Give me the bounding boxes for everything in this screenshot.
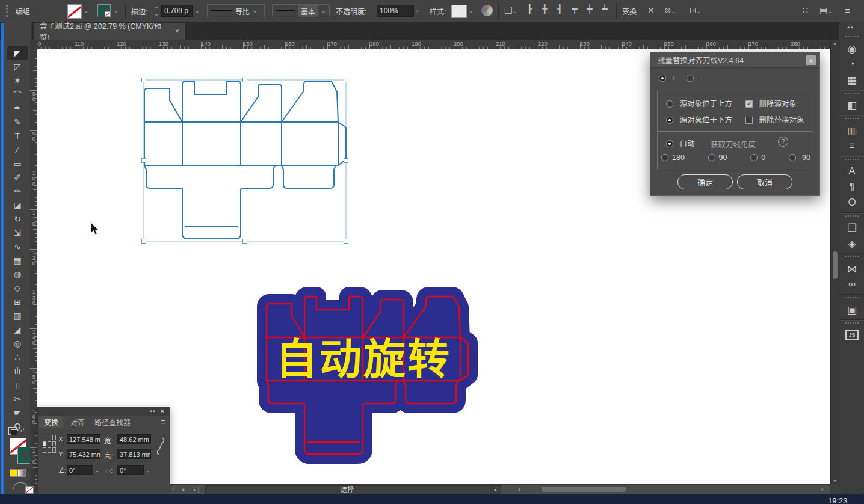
mesh-tool[interactable]: ⊞ xyxy=(7,295,28,309)
plus-radio-icon[interactable] xyxy=(659,75,666,82)
selection-handle[interactable] xyxy=(344,78,348,82)
dock-grip[interactable] xyxy=(845,159,859,162)
delete-replace-option[interactable]: 删除替换对象 xyxy=(745,114,804,125)
vscroll-thumb[interactable] xyxy=(833,251,838,279)
angle-radio-icon[interactable] xyxy=(708,154,715,161)
selection-handle[interactable] xyxy=(243,239,247,244)
selection-handles[interactable] xyxy=(142,78,348,244)
dieline-artwork[interactable] xyxy=(135,71,355,249)
opentype-icon[interactable]: O xyxy=(839,195,864,211)
angle-option-90[interactable]: 90 xyxy=(708,153,727,162)
align-left-icon[interactable]: ┠ xyxy=(525,4,534,14)
panel-close-icon[interactable]: ✕ xyxy=(160,408,165,414)
auto-angle-option[interactable]: 自动 xyxy=(666,137,695,149)
constrain-proportions-broken-icon[interactable] xyxy=(156,436,165,456)
shear-select[interactable]: 0° xyxy=(117,465,144,475)
transform-link[interactable]: 变换 xyxy=(622,6,637,17)
swap-fill-stroke-icon[interactable]: ⇄ xyxy=(20,426,25,434)
links-icon[interactable]: ∞ xyxy=(839,277,864,292)
delete-source-option[interactable]: 删除源对象 xyxy=(745,97,797,109)
document-setup-icon[interactable]: ❏⌄ xyxy=(504,5,517,16)
rectangle-tool[interactable]: ▭ xyxy=(7,156,28,170)
dock-grip[interactable] xyxy=(845,118,859,121)
auto-radio-icon[interactable] xyxy=(666,140,673,147)
scale-tool[interactable]: ⇲ xyxy=(7,226,28,239)
curvature-tool[interactable]: ✎ xyxy=(7,115,28,129)
color-panel-icon[interactable]: ◉ xyxy=(839,41,864,57)
perspective-grid-tool[interactable]: ◇ xyxy=(7,281,28,295)
align-right-icon[interactable]: ┨ xyxy=(555,4,564,14)
workspace-menu-icon[interactable]: ≡ xyxy=(845,5,850,16)
source-below-option[interactable]: 源对象位于下方 xyxy=(666,114,732,125)
stroke-weight-label[interactable]: 描边: xyxy=(131,6,147,17)
shape-builder-tool[interactable]: ◍ xyxy=(7,267,28,281)
source-above-option[interactable]: 源对象位于上方 xyxy=(666,97,732,109)
hscroll-left-arrow[interactable]: ‹ xyxy=(518,485,520,493)
ok-button[interactable]: 确定 xyxy=(677,174,733,189)
eraser-tool[interactable]: ◪ xyxy=(7,198,28,212)
angle-radio-icon[interactable] xyxy=(789,154,796,161)
arrange-documents-icon[interactable]: ▤⌄ xyxy=(819,5,832,15)
gradient-tool[interactable]: ▥ xyxy=(7,309,28,322)
dock-grip[interactable] xyxy=(845,93,859,96)
os-taskbar[interactable]: 19:23 xyxy=(0,494,864,504)
align-v-center-icon[interactable]: ┿ xyxy=(585,4,594,14)
shaper-tool[interactable]: ✏ xyxy=(7,184,28,198)
rotate-select[interactable]: 0° xyxy=(67,465,93,475)
angle-option-180[interactable]: 180 xyxy=(661,153,685,162)
artboards-icon[interactable]: ⋈ xyxy=(839,261,864,277)
hand-tool[interactable]: ☛ xyxy=(7,405,28,419)
status-menu-arrow[interactable]: ▸ xyxy=(490,485,501,494)
replaced-artwork[interactable]: 自动旋转 xyxy=(247,265,487,481)
cancel-button[interactable]: 取消 xyxy=(737,174,792,189)
pen-tool[interactable]: ✒ xyxy=(7,101,28,115)
selection-handle[interactable] xyxy=(243,78,247,82)
type-tool[interactable]: T xyxy=(7,129,28,143)
gradient-mode-swatch[interactable] xyxy=(17,469,26,477)
column-graph-tool[interactable]: ılı xyxy=(7,364,28,378)
asset-export-icon[interactable]: ▣ xyxy=(839,302,864,318)
fill-color-swatch[interactable] xyxy=(67,4,82,19)
gradient-panel-icon[interactable]: ▥ xyxy=(839,123,864,138)
width-profile-select[interactable]: 等比 ⌄ xyxy=(207,4,265,17)
y-input[interactable]: 75.432 mm xyxy=(67,449,100,459)
select-similar-icon[interactable]: ⊚⌄ xyxy=(664,5,676,15)
vscroll-down-arrow[interactable]: ▼ xyxy=(833,479,837,483)
status-tool-indicator[interactable]: 选择 xyxy=(205,485,489,494)
angle-option--90[interactable]: -90 xyxy=(789,153,810,162)
recolor-artwork-icon[interactable] xyxy=(481,5,493,16)
rotate-tool[interactable]: ↻ xyxy=(7,212,28,226)
paragraph-icon[interactable]: ¶ xyxy=(839,179,864,195)
source-above-radio-icon[interactable] xyxy=(666,100,673,108)
opacity-label[interactable]: 不透明度: xyxy=(336,6,366,17)
opacity-arrow-icon[interactable]: › xyxy=(416,7,419,14)
show-desktop-divider[interactable] xyxy=(857,494,857,504)
rotate-chevron-icon[interactable]: ⌄ xyxy=(95,468,100,473)
help-icon[interactable]: ? xyxy=(778,137,788,147)
magic-wand-tool[interactable]: ✶ xyxy=(7,73,28,87)
symbol-sprayer-tool[interactable]: ∴ xyxy=(7,350,28,364)
vertical-scrollbar[interactable]: ▲ ▼ xyxy=(830,40,839,484)
stroke-panel-icon[interactable]: ≡ xyxy=(839,138,864,154)
color-mode-swatch[interactable] xyxy=(10,469,18,477)
selection-handle[interactable] xyxy=(142,78,146,82)
align-bottom-icon[interactable]: ┷ xyxy=(600,4,609,14)
app-grid-icon[interactable]: ∷ xyxy=(803,5,808,15)
drawing-mode-icon[interactable] xyxy=(13,482,28,489)
tab-align[interactable]: 对齐 xyxy=(66,416,90,428)
dieline-outline[interactable] xyxy=(144,81,346,239)
lasso-tool[interactable]: ⌒ xyxy=(7,87,28,101)
control-bar-grip[interactable] xyxy=(6,5,10,17)
style-chevron-icon[interactable]: ⌄ xyxy=(469,8,474,14)
layers-icon[interactable]: ◈ xyxy=(839,236,864,251)
tab-pathfinder[interactable]: 路径查找器 xyxy=(90,416,135,428)
selection-handle[interactable] xyxy=(142,239,146,244)
selection-tool[interactable]: ◤ xyxy=(7,46,28,60)
selection-handle[interactable] xyxy=(142,159,146,163)
next-artboard-icon[interactable]: ▸ xyxy=(182,486,185,493)
eyedropper-tool[interactable]: ◢ xyxy=(7,322,28,336)
appearance-icon[interactable]: ❐ xyxy=(839,220,864,236)
width-input[interactable]: 48.62 mm xyxy=(117,434,151,444)
slice-tool[interactable]: ✂ xyxy=(7,392,28,405)
vscroll-up-arrow[interactable]: ▲ xyxy=(833,41,837,45)
